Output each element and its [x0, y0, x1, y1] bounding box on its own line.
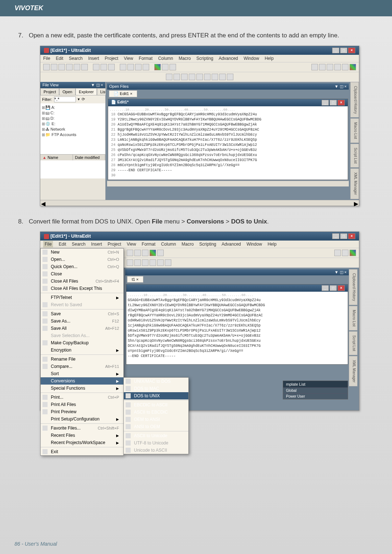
tree-item[interactable]: ⊞💿 E: [42, 121, 104, 127]
toolbar-icon[interactable] [127, 250, 133, 256]
menu-format[interactable]: Format [142, 242, 155, 247]
menu-help[interactable]: Help [268, 242, 277, 247]
doc-close[interactable]: × [338, 100, 345, 106]
toolbar-icon[interactable] [43, 64, 50, 70]
maximize-button[interactable]: □ [340, 48, 347, 53]
tree-item[interactable]: ⊞📁 FTP Accounts [42, 132, 104, 138]
toolbar-icon[interactable] [150, 250, 156, 256]
toolbar-icon[interactable] [127, 259, 133, 266]
menu-item-sort[interactable]: Sort▶ [41, 370, 123, 377]
toolbar-icon[interactable] [81, 64, 88, 70]
menu-file[interactable]: File [43, 56, 50, 61]
menu-scripting[interactable]: Scripting [196, 56, 213, 61]
menu-format[interactable]: Format [139, 56, 152, 61]
toolbar-icon[interactable] [165, 259, 171, 266]
tab-xml-manager[interactable]: XML Manager [350, 168, 359, 199]
editor-content[interactable]: ........10........20........30........40… [108, 106, 348, 180]
menu-item-backup[interactable]: Make Copy/Backup [41, 339, 123, 346]
editor-tab-bg[interactable]: t1 × [127, 276, 143, 283]
toolbar-icon[interactable] [134, 259, 141, 266]
menu-item-print[interactable]: Print...Ctrl+P [41, 394, 123, 401]
menu-edit[interactable]: Edit [59, 242, 66, 247]
toolbar-icon[interactable] [166, 74, 172, 80]
menu-window[interactable]: Window [246, 242, 262, 247]
menu-macro[interactable]: Macro [179, 56, 191, 61]
toolbar-icon[interactable] [127, 64, 134, 70]
menu-item-exit[interactable]: Exit [41, 448, 123, 455]
menu-item-encryption[interactable]: Encryption▶ [41, 346, 123, 354]
toolbar-icon[interactable] [120, 64, 126, 70]
toolbar-icon[interactable] [311, 64, 318, 70]
editor-panel-controls[interactable]: ▼ ◫ × [335, 84, 347, 89]
col-date[interactable]: Date modified [73, 155, 106, 160]
menu-scripting[interactable]: Scripting [199, 242, 216, 247]
submenu-oem-ansi[interactable]: OEM to ANSI [124, 416, 188, 423]
editor-tab[interactable]: 📄 Edit1 × [109, 90, 137, 97]
toolbar-icon[interactable] [135, 64, 142, 70]
minimize-button[interactable]: _ [332, 48, 339, 53]
template-item[interactable]: Power User [283, 393, 348, 399]
toolbar-icon[interactable] [142, 259, 148, 266]
toolbar-icon[interactable] [108, 64, 115, 70]
menu-insert[interactable]: Insert [91, 242, 102, 247]
menu-item-rename[interactable]: Rename File [41, 356, 123, 363]
toolbar-icon[interactable] [143, 64, 149, 70]
toolbar-icon[interactable] [212, 74, 218, 80]
toolbar-icon[interactable] [170, 64, 176, 70]
menu-item-quick-open[interactable]: Quick Open...Ctrl+Q [41, 263, 123, 270]
toolbar-icon[interactable] [93, 64, 99, 70]
maximize-button[interactable]: □ [340, 233, 347, 239]
toolbar-icon[interactable] [189, 74, 195, 80]
menu-item-recent-files[interactable]: Recent Files▶ [41, 432, 123, 439]
tab-macro-list[interactable]: Macro List [349, 306, 358, 331]
toolbar-icon[interactable] [162, 64, 168, 70]
toolbar-icon[interactable] [196, 74, 203, 80]
menu-item-close-except[interactable]: Close All Files Except This [41, 285, 123, 292]
menu-edit[interactable]: Edit [56, 56, 64, 61]
toolbar-icon[interactable] [157, 259, 164, 266]
toolbar-icon[interactable] [134, 250, 141, 256]
toolbar-icon[interactable] [157, 250, 164, 256]
tree-item[interactable]: ⊞🖴 C: [42, 110, 104, 116]
toolbar-icon[interactable] [204, 74, 211, 80]
tree-item[interactable]: ⊞💾 A: [42, 105, 104, 110]
menu-item-save-as[interactable]: Save As...F12 [41, 317, 123, 325]
panel-controls[interactable]: ▼ ◫ × [91, 83, 103, 87]
editor-content-bg[interactable]: ........10........20........30........40… [126, 292, 348, 364]
toolbar-icon[interactable] [227, 74, 233, 80]
menu-item-open[interactable]: Open...Ctrl+O [41, 256, 123, 263]
doc-minimize[interactable]: _ [322, 285, 329, 291]
doc-maximize[interactable]: □ [330, 100, 337, 106]
tree-item[interactable]: ⊞🖧 Network [42, 127, 104, 132]
tab-script-list[interactable]: Script List [350, 144, 359, 168]
menu-item-revert[interactable]: Revert to Saved [41, 301, 123, 308]
close-button[interactable]: × [348, 233, 355, 239]
menu-item-save[interactable]: SaveCtrl+S [41, 310, 123, 317]
menu-item-save-selection[interactable]: Save Selection As... [41, 332, 123, 339]
menu-macro[interactable]: Macro [181, 242, 193, 247]
toolbar-icon[interactable] [350, 250, 356, 256]
toolbar-icon[interactable] [51, 64, 57, 70]
menu-advanced[interactable]: Advanced [221, 242, 241, 247]
menu-view[interactable]: View [127, 242, 136, 247]
toolbar-icon[interactable] [334, 250, 341, 256]
menu-search[interactable]: Search [72, 242, 86, 247]
tab-close-icon[interactable]: × [130, 91, 132, 96]
toolbar-icon[interactable] [142, 250, 148, 256]
menu-item-print-preview[interactable]: Print Preview [41, 408, 123, 415]
col-name[interactable]: ▲ Name [40, 155, 73, 160]
submenu-unicode-ascii[interactable]: Unicode to ASCII [124, 447, 188, 454]
toolbar-icon[interactable] [66, 64, 73, 70]
toolbar-icon[interactable] [150, 259, 156, 266]
menu-view[interactable]: View [124, 56, 133, 61]
tab-clipboard[interactable]: Clipboard History [349, 269, 358, 305]
tab-open[interactable]: Open [59, 88, 75, 95]
toolbar-icon[interactable] [342, 64, 348, 70]
submenu-dos-mac[interactable]: DOS to MAC [124, 385, 188, 392]
menu-item-conversions[interactable]: Conversions▶ UNIX/MAC to DOS DOS to MAC … [41, 377, 123, 385]
toolbar-icon[interactable] [58, 64, 65, 70]
refresh-icon[interactable]: ⟳ [82, 97, 85, 102]
menu-file[interactable]: File [43, 241, 53, 247]
dropdown-icon[interactable]: ▾ [78, 97, 80, 102]
menu-item-print-all[interactable]: Print All Files [41, 401, 123, 408]
